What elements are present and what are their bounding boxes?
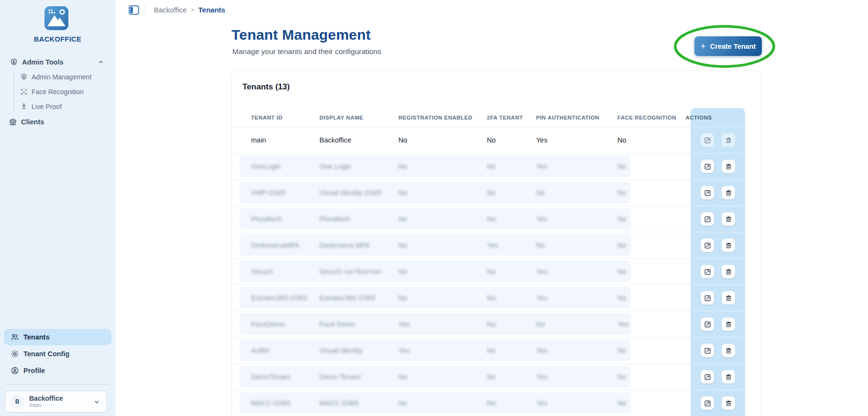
cell-registration-enabled: No — [398, 241, 487, 249]
delete-tenant-button[interactable] — [722, 291, 735, 305]
edit-tenant-button[interactable] — [701, 317, 714, 331]
row-actions — [691, 370, 745, 383]
trash-icon — [725, 268, 732, 275]
cell-display-name: One Login — [319, 163, 398, 170]
cell-registration-enabled: Yes — [398, 347, 487, 354]
delete-tenant-button[interactable] — [722, 317, 735, 331]
delete-tenant-button[interactable] — [722, 265, 735, 278]
edit-tenant-button[interactable] — [701, 291, 714, 305]
trash-icon — [725, 347, 732, 354]
delete-tenant-button[interactable] — [722, 212, 735, 226]
pencil-square-icon — [704, 400, 711, 407]
delete-tenant-button[interactable] — [722, 186, 735, 199]
table-row: Estratec360-O365 Estratec360 O365 No No … — [232, 285, 745, 311]
edit-tenant-button[interactable] — [701, 239, 714, 252]
brand-title: BACKOFFICE — [0, 35, 115, 43]
cell-display-name: Dedomena MFA — [319, 241, 398, 249]
table-row: DemoTenant Demo Tenant No No Yes No — [232, 364, 745, 390]
tenants-card: Tenants (13) TENANT IDDISPLAY NAMEREGIST… — [231, 70, 761, 416]
cell-2fa-tenant: No — [487, 347, 536, 354]
cell-2fa-tenant: No — [487, 320, 536, 328]
sidebar-item-admin-management[interactable]: Admin Management — [0, 71, 115, 83]
delete-tenant-button[interactable] — [722, 396, 735, 410]
account-subtitle: main — [29, 402, 63, 408]
cell-tenant-id: DemoTenant — [251, 373, 319, 381]
cell-registration-enabled: No — [398, 163, 487, 170]
sidebar-item-profile[interactable]: Profile — [4, 362, 111, 379]
edit-tenant-button[interactable] — [701, 370, 714, 383]
delete-tenant-button[interactable] — [722, 239, 735, 252]
pencil-square-icon — [704, 321, 711, 328]
table-row: FaceDemo Face Demo Yes No No Yes — [232, 311, 745, 338]
edit-tenant-button[interactable] — [701, 133, 714, 147]
topbar-divider — [145, 4, 145, 15]
delete-tenant-button[interactable] — [722, 133, 735, 147]
cell-registration-enabled: No — [398, 215, 487, 223]
cell-tenant-id: Secur0 — [251, 268, 319, 275]
pencil-square-icon — [704, 216, 711, 223]
edit-tenant-button[interactable] — [701, 212, 714, 226]
sidebar: BACKOFFICE Admin Tools Admin Management — [0, 0, 115, 416]
cell-display-name: Pluraltech — [319, 215, 398, 223]
sidebar-item-clients[interactable]: Clients — [0, 116, 115, 128]
users-icon — [11, 333, 19, 341]
column-header: TENANT ID — [251, 115, 319, 120]
cell-tenant-id: main — [251, 136, 319, 144]
breadcrumb-root[interactable]: Backoffice — [154, 6, 187, 14]
card-title: Tenants (13) — [242, 82, 290, 92]
delete-tenant-button[interactable] — [722, 370, 735, 383]
edit-tenant-button[interactable] — [701, 160, 714, 173]
table-row: VIdP-O365 Visual Identity O365 No No No … — [232, 180, 745, 206]
cell-display-name: MACC O365 — [319, 399, 398, 407]
cell-pin-authentication: Yes — [536, 373, 617, 381]
table-row: Secur0 Secur0 <a>Test</a> No No Yes No — [232, 259, 745, 285]
breadcrumb-current: Tenants — [198, 6, 225, 14]
row-actions — [691, 396, 745, 410]
cell-face-recognition: No — [617, 163, 691, 170]
table-row: MACC-O365 MACC O365 No No Yes No — [232, 390, 745, 416]
sidebar-item-tenants[interactable]: Tenants — [4, 329, 111, 345]
row-actions — [691, 133, 745, 147]
cell-2fa-tenant: Yes — [487, 241, 536, 249]
cell-registration-enabled: Yes — [398, 320, 487, 328]
cell-tenant-id: DedomenaMFA — [251, 241, 319, 249]
sidebar-toggle-button[interactable] — [129, 5, 139, 15]
chevron-up-icon — [98, 59, 104, 65]
pencil-square-icon — [704, 347, 711, 354]
cell-face-recognition: No — [617, 136, 691, 144]
cell-face-recognition: Yes — [617, 320, 691, 328]
cell-pin-authentication: No — [536, 320, 617, 328]
pencil-square-icon — [704, 373, 711, 381]
page-subtitle: Manage your tenants and their configurat… — [232, 47, 381, 56]
sidebar-item-admin-tools[interactable]: Admin Tools — [0, 56, 115, 68]
table-row: Pluraltech Pluraltech No No Yes No — [232, 206, 745, 232]
row-actions — [691, 344, 745, 357]
sidebar-item-tenant-config[interactable]: Tenant Config — [4, 346, 111, 362]
cell-pin-authentication: Yes — [536, 399, 617, 407]
cell-face-recognition: No — [617, 241, 691, 249]
cell-pin-authentication: Yes — [536, 215, 617, 223]
edit-tenant-button[interactable] — [701, 265, 714, 278]
column-header: 2FA TENANT — [487, 115, 536, 120]
cell-face-recognition: No — [617, 294, 691, 302]
cell-display-name: Backoffice — [319, 136, 398, 144]
row-actions — [691, 317, 745, 331]
sidebar-item-face-recognition[interactable]: Face Recognition — [0, 86, 115, 98]
edit-tenant-button[interactable] — [701, 344, 714, 357]
edit-tenant-button[interactable] — [701, 186, 714, 199]
table-row: Auth0 Visual Identity Yes No Yes No — [232, 338, 745, 364]
sidebar-divider — [6, 384, 110, 384]
create-tenant-button[interactable]: + Create Tenant — [694, 36, 762, 56]
sidebar-item-live-proof[interactable]: Live Proof — [0, 101, 115, 112]
row-actions — [691, 265, 745, 278]
cell-face-recognition: No — [617, 347, 691, 354]
table-row: main Backoffice No No Yes No — [232, 127, 745, 153]
account-switcher[interactable]: B Backoffice main — [5, 391, 107, 413]
table-body: main Backoffice No No Yes No — [232, 127, 745, 416]
cell-pin-authentication: No — [536, 189, 617, 197]
delete-tenant-button[interactable] — [722, 344, 735, 357]
trash-icon — [725, 321, 732, 328]
delete-tenant-button[interactable] — [722, 160, 735, 173]
trash-icon — [725, 242, 732, 249]
edit-tenant-button[interactable] — [701, 396, 714, 410]
